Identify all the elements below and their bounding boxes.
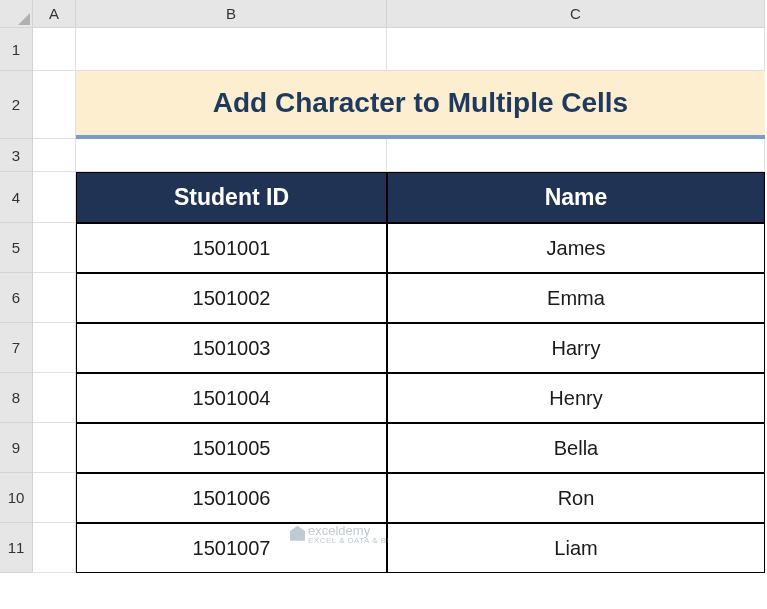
row-header-6[interactable]: 6: [0, 273, 33, 323]
cell-a7[interactable]: [33, 323, 76, 373]
cell-a5[interactable]: [33, 223, 76, 273]
col-header-a[interactable]: A: [33, 0, 76, 28]
table-cell-name-5[interactable]: Ron: [387, 473, 765, 523]
table-cell-id-1[interactable]: 1501002: [76, 273, 387, 323]
cell-c1[interactable]: [387, 28, 765, 71]
cell-c3[interactable]: [387, 139, 765, 172]
table-cell-name-1[interactable]: Emma: [387, 273, 765, 323]
row-header-4[interactable]: 4: [0, 172, 33, 223]
table-cell-name-2[interactable]: Harry: [387, 323, 765, 373]
header-name[interactable]: Name: [387, 172, 765, 223]
col-header-b[interactable]: B: [76, 0, 387, 28]
header-student-id[interactable]: Student ID: [76, 172, 387, 223]
cell-a4[interactable]: [33, 172, 76, 223]
row-header-11[interactable]: 11: [0, 523, 33, 573]
cell-b3[interactable]: [76, 139, 387, 172]
cell-a9[interactable]: [33, 423, 76, 473]
cell-a6[interactable]: [33, 273, 76, 323]
table-cell-name-4[interactable]: Bella: [387, 423, 765, 473]
table-cell-name-6[interactable]: Liam: [387, 523, 765, 573]
cell-a3[interactable]: [33, 139, 76, 172]
cell-a11[interactable]: [33, 523, 76, 573]
row-header-2[interactable]: 2: [0, 71, 33, 139]
table-cell-name-3[interactable]: Henry: [387, 373, 765, 423]
watermark-tagline: EXCEL & DATA & BI: [308, 538, 389, 544]
cell-a2[interactable]: [33, 71, 76, 139]
row-header-5[interactable]: 5: [0, 223, 33, 273]
cell-a1[interactable]: [33, 28, 76, 71]
table-cell-id-4[interactable]: 1501005: [76, 423, 387, 473]
table-cell-name-0[interactable]: James: [387, 223, 765, 273]
row-header-7[interactable]: 7: [0, 323, 33, 373]
row-header-3[interactable]: 3: [0, 139, 33, 172]
watermark: exceldemy EXCEL & DATA & BI: [290, 523, 389, 544]
title-cell[interactable]: Add Character to Multiple Cells: [76, 71, 765, 139]
table-cell-id-2[interactable]: 1501003: [76, 323, 387, 373]
row-header-10[interactable]: 10: [0, 473, 33, 523]
table-cell-id-5[interactable]: 1501006: [76, 473, 387, 523]
cell-a10[interactable]: [33, 473, 76, 523]
row-header-8[interactable]: 8: [0, 373, 33, 423]
row-header-1[interactable]: 1: [0, 28, 33, 71]
row-header-9[interactable]: 9: [0, 423, 33, 473]
watermark-icon: [290, 526, 305, 541]
select-all-corner[interactable]: [0, 0, 33, 28]
cell-a8[interactable]: [33, 373, 76, 423]
col-header-c[interactable]: C: [387, 0, 765, 28]
table-cell-id-0[interactable]: 1501001: [76, 223, 387, 273]
spreadsheet-grid: A B C 1 2 Add Character to Multiple Cell…: [0, 0, 767, 573]
table-cell-id-3[interactable]: 1501004: [76, 373, 387, 423]
cell-b1[interactable]: [76, 28, 387, 71]
